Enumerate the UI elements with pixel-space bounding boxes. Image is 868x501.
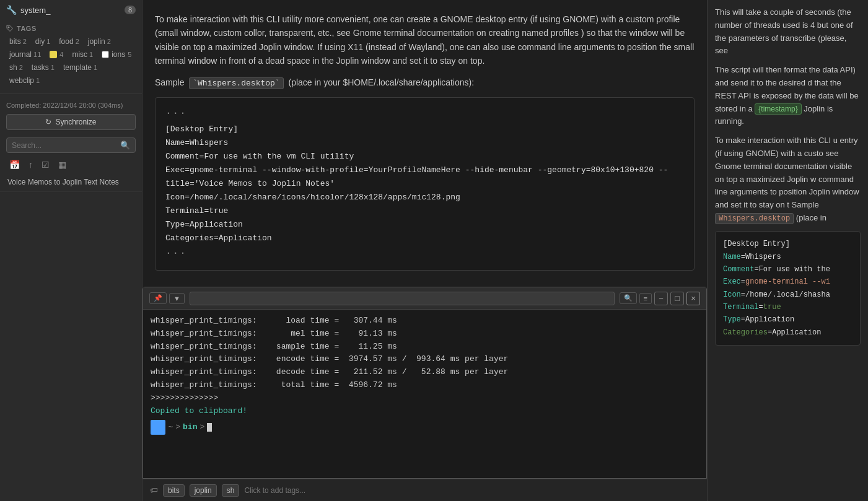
timing-line-1: whisper_print_timings: load time = 307.4…: [151, 315, 699, 328]
tag-item-joplin[interactable]: joplin 2: [86, 36, 113, 47]
rc-line-exec: Exec=gnome-terminal --wi: [723, 276, 853, 288]
rc-line-name: Name=Whispers: [723, 251, 853, 263]
rc-line-icon: Icon=/home/.local/shasha: [723, 289, 853, 301]
timing-line-4: whisper_print_timings: encode time = 397…: [151, 353, 699, 366]
rc-line-terminal: Terminal=true: [723, 301, 853, 313]
note-tag-sh[interactable]: sh: [222, 484, 240, 497]
sidebar: 🔧 system_ 8 TAGS bits 2 diy 1 food 2 jop…: [0, 0, 142, 501]
color-swatch2: [102, 51, 109, 58]
main-area: To make interaction with this CLI utilit…: [142, 0, 707, 501]
note-tag-bits[interactable]: bits: [163, 484, 185, 497]
rc-line-comment: Comment=For use with the: [723, 263, 853, 276]
sync-button[interactable]: ↻ Synchronize: [6, 114, 136, 130]
divider1: [0, 94, 142, 94]
prompt-tilde: ~: [168, 421, 173, 434]
tag-item-colored1[interactable]: 4: [48, 49, 65, 60]
timing-line-3: whisper_print_timings: sample time = 11.…: [151, 341, 699, 354]
tag-item-tasks[interactable]: tasks 1: [30, 62, 56, 73]
terminal-body: whisper_print_timings: load time = 307.4…: [143, 310, 706, 478]
timing-line-2: whisper_print_timings: mel time = 91.13 …: [151, 328, 699, 341]
tag-item-bits[interactable]: bits 2: [7, 36, 28, 47]
timing-line-6: whisper_print_timings: total time = 4596…: [151, 379, 699, 392]
tags-label: TAGS: [6, 25, 136, 32]
content-para-2: Sample `Whispers.desktop` (place in your…: [155, 76, 695, 90]
right-para-2: The script will then format the data API…: [715, 64, 861, 128]
grid-icon-button[interactable]: ▦: [55, 158, 69, 172]
note-list-item[interactable]: Voice Memos to Joplin Text Notes: [0, 173, 142, 192]
sync-icon: ↻: [45, 118, 51, 126]
terminal-right-controls: 🔍 ≡ − □ ×: [620, 292, 700, 305]
terminal-maximize-button[interactable]: □: [670, 292, 684, 305]
prompt-chevron2: >: [199, 421, 204, 434]
tags-grid: bits 2 diy 1 food 2 joplin 2 journal 11 …: [6, 36, 136, 86]
desktop-entry-code: ··· [Desktop Entry] Name=Whispers Commen…: [155, 97, 695, 270]
sidebar-count: 8: [125, 6, 136, 14]
desktop-entry-text: [Desktop Entry] Name=Whispers Comment=Fo…: [165, 123, 684, 246]
prompt-chevron1: >: [175, 421, 180, 434]
whispers-inline-badge: Whispers.desktop: [715, 213, 794, 224]
terminal-close-button[interactable]: ×: [686, 292, 700, 305]
right-para-3: To make interaction with this CLI u entr…: [715, 134, 861, 225]
right-panel: This will take a couple of seconds (the …: [707, 0, 868, 501]
color-swatch: [50, 51, 57, 58]
tag-bar-icon: 🏷: [150, 486, 158, 495]
sort-icon-button[interactable]: ↑: [25, 158, 36, 172]
sidebar-title: system_: [20, 6, 121, 15]
tag-item-food[interactable]: food 2: [57, 36, 81, 47]
search-bar[interactable]: 🔍: [6, 137, 136, 153]
tag-item-template[interactable]: template 1: [61, 62, 99, 73]
note-content: To make interaction with this CLI utilit…: [142, 0, 707, 479]
tags-section: TAGS bits 2 diy 1 food 2 joplin 2 journa…: [0, 20, 142, 89]
tag-item-diy[interactable]: diy 1: [33, 36, 52, 47]
tag-item-journal[interactable]: journal 11: [7, 49, 43, 60]
inline-code: `Whispers.desktop`: [189, 77, 283, 89]
terminal-title-input[interactable]: [190, 292, 615, 305]
tag-item-sh[interactable]: sh 2: [7, 62, 25, 73]
rc-line-1: [Desktop Entry]: [723, 238, 853, 250]
note-tag-joplin[interactable]: joplin: [190, 484, 217, 497]
add-tags-button[interactable]: Click to add tags...: [244, 486, 305, 495]
terminal-menu-button[interactable]: ≡: [639, 293, 652, 304]
checkbox-icon-button[interactable]: ☑: [38, 158, 53, 172]
code-dots-bottom: ···: [165, 245, 684, 262]
svg-point-0: [8, 27, 10, 28]
tag-item-colored2[interactable]: ions 5: [100, 49, 133, 60]
sync-status: Completed: 2022/12/04 20:00 (304ms): [0, 99, 142, 111]
search-icon: 🔍: [120, 141, 130, 150]
content-para-1: To make interaction with this CLI utilit…: [155, 12, 695, 68]
terminal-titlebar: 📌 ▼ 🔍 ≡ − □ ×: [143, 287, 706, 310]
right-para-1: This will take a couple of seconds (the …: [715, 6, 861, 58]
calendar-icon-button[interactable]: 📅: [6, 158, 23, 172]
tag-item-misc[interactable]: misc 1: [70, 49, 95, 60]
timestamp-badge: {timestamp}: [755, 103, 801, 115]
terminal-minimize-button[interactable]: −: [654, 292, 668, 305]
gear-icon: 🔧: [6, 5, 17, 15]
rc-line-type: Type=Application: [723, 313, 853, 326]
prompt-user-box: [151, 420, 165, 434]
copied-message: Copied to clipboard!: [151, 405, 699, 418]
terminal-left-controls: 📌 ▼: [149, 292, 185, 304]
rc-line-categories: Categories=Application: [723, 326, 853, 339]
terminal-search-button[interactable]: 🔍: [620, 292, 637, 304]
note-tags-bar: 🏷 bits joplin sh Click to add tags...: [142, 479, 707, 501]
code-dots-top: ···: [165, 105, 684, 122]
terminal-window: 📌 ▼ 🔍 ≡ − □ × whisper_print_timings: loa…: [142, 287, 707, 479]
right-code-block: [Desktop Entry] Name=Whispers Comment=Fo…: [715, 231, 861, 346]
terminal-pin-button[interactable]: 📌: [149, 292, 167, 304]
tag-item-webclip[interactable]: webclip 1: [7, 75, 42, 86]
timing-line-5: whisper_print_timings: decode time = 211…: [151, 366, 699, 379]
sidebar-header: 🔧 system_ 8: [0, 0, 142, 20]
toolbar-icons: 📅 ↑ ☑ ▦: [0, 157, 142, 173]
prompt-directory: bin: [183, 421, 197, 434]
search-input[interactable]: [12, 141, 116, 150]
terminal-prompt: ~ > bin >: [151, 420, 699, 434]
terminal-dropdown-button[interactable]: ▼: [169, 293, 185, 304]
timing-arrows: >>>>>>>>>>>>>>: [151, 392, 699, 405]
terminal-cursor: [207, 423, 212, 432]
